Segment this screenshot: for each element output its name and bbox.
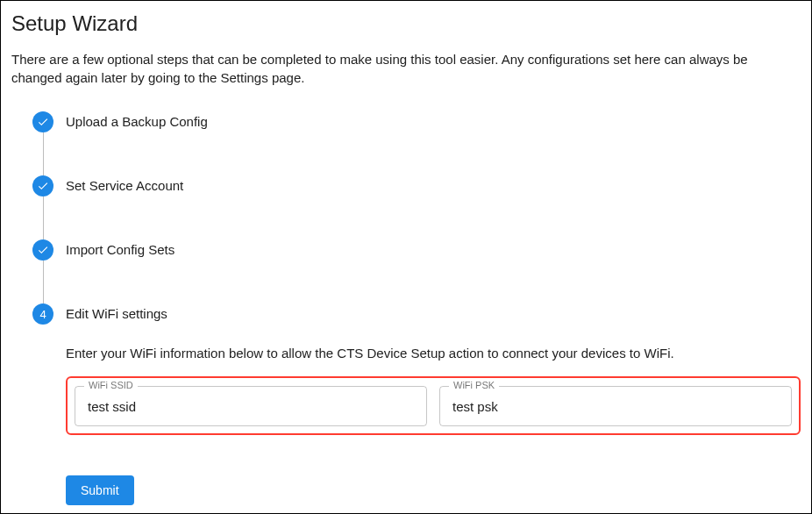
- submit-button[interactable]: Submit: [66, 475, 134, 505]
- page-description: There are a few optional steps that can …: [11, 50, 801, 87]
- step-connector: [43, 132, 44, 175]
- wifi-ssid-field[interactable]: WiFi SSID: [75, 386, 427, 426]
- step-label: Upload a Backup Config: [66, 111, 801, 132]
- step-instruction: Enter your WiFi information below to all…: [66, 346, 801, 361]
- step-label: Import Config Sets: [66, 239, 801, 261]
- step-wifi-settings: 4 Edit WiFi settings Enter your WiFi inf…: [32, 303, 801, 505]
- step-connector: [43, 261, 44, 303]
- wifi-psk-field[interactable]: WiFi PSK: [439, 386, 792, 426]
- step-upload-backup: Upload a Backup Config: [32, 111, 801, 175]
- wifi-psk-label: WiFi PSK: [449, 380, 499, 390]
- wifi-ssid-label: WiFi SSID: [84, 380, 138, 390]
- step-label: Edit WiFi settings: [66, 303, 801, 325]
- step-connector: [43, 196, 44, 239]
- step-label: Set Service Account: [66, 175, 801, 196]
- wifi-ssid-input[interactable]: [88, 399, 414, 414]
- check-icon: [32, 175, 53, 196]
- step-service-account: Set Service Account: [32, 175, 801, 239]
- stepper: Upload a Backup Config Set Service Accou…: [32, 111, 801, 505]
- wifi-fields-highlight: WiFi SSID WiFi PSK: [66, 376, 801, 435]
- page-title: Setup Wizard: [11, 11, 801, 36]
- check-icon: [32, 111, 53, 132]
- wifi-psk-input[interactable]: [452, 399, 779, 414]
- check-icon: [32, 239, 53, 261]
- step-import-config: Import Config Sets: [32, 239, 801, 303]
- step-number-icon: 4: [32, 303, 53, 325]
